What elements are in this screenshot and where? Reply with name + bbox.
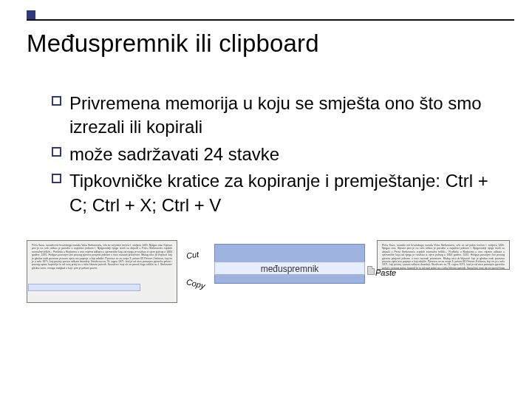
cut-label: Cut bbox=[185, 250, 200, 260]
target-document: Priča Sava, narodni mit hrvatskoga narod… bbox=[377, 240, 510, 270]
body-text: Privremena memorija u koju se smješta on… bbox=[52, 92, 495, 220]
bullet-text: Privremena memorija u koju se smješta on… bbox=[69, 93, 482, 137]
paste-label: Paste bbox=[375, 268, 396, 277]
bullet-item: Tipkovničke kratice za kopiranje i premj… bbox=[52, 169, 495, 217]
clipboard-label: međuspremnik bbox=[214, 262, 365, 275]
paste-doc-icon bbox=[367, 266, 375, 275]
source-document: Priča Sava, narodni mit hrvatskoga narod… bbox=[27, 240, 177, 303]
bullet-item: može sadržavati 24 stavke bbox=[52, 143, 495, 166]
bullet-text: Tipkovničke kratice za kopiranje i premj… bbox=[69, 171, 488, 214]
copy-label: Copy bbox=[185, 277, 206, 290]
slide: Međuspremnik ili clipboard Privremena me… bbox=[0, 0, 532, 399]
title-rule bbox=[27, 19, 514, 21]
bullet-box-icon bbox=[52, 174, 61, 183]
accent-square bbox=[27, 10, 35, 19]
slide-title: Međuspremnik ili clipboard bbox=[27, 30, 319, 58]
bullet-box-icon bbox=[52, 96, 61, 106]
bullet-item: Privremena memorija u koju se smješta on… bbox=[52, 92, 495, 140]
bullet-box-icon bbox=[52, 147, 61, 157]
source-selection-highlight bbox=[28, 284, 140, 291]
bullet-text: može sadržavati 24 stavke bbox=[69, 144, 279, 164]
